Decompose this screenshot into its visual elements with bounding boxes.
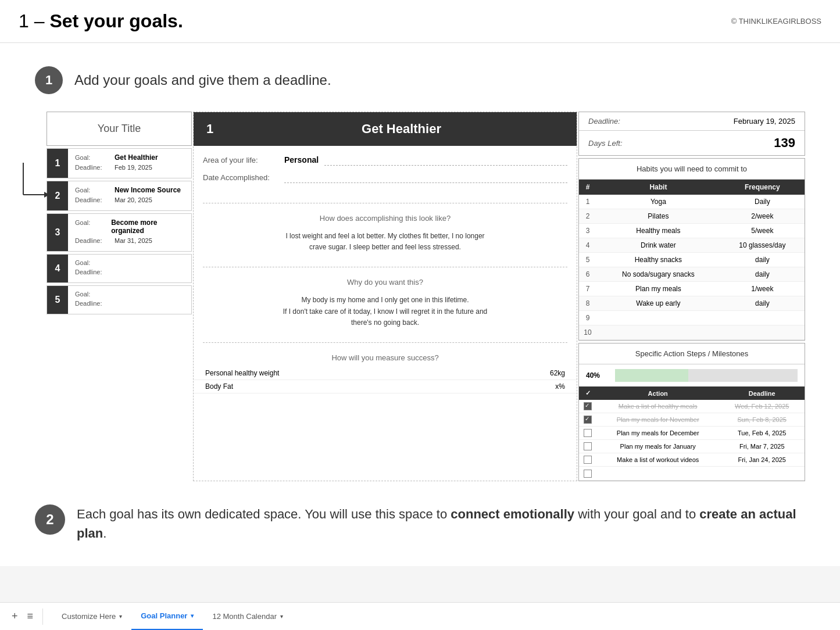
your-title-box: Your Title	[47, 112, 192, 146]
milestone-action: Make a list of healthy meals	[596, 400, 719, 413]
dropdown-arrow-icon[interactable]: ▾	[191, 613, 194, 619]
goal-label: Goal:	[75, 219, 106, 226]
deadline-box: Deadline: February 19, 2025 Days Left: 1…	[578, 112, 805, 156]
arrow-connector	[17, 163, 49, 209]
goal-number: 1	[47, 149, 68, 178]
area-row: Area of your life: Personal	[203, 154, 567, 166]
date-input-line[interactable]	[284, 171, 567, 183]
step2-text-normal2: with your goal and to	[574, 507, 699, 521]
section3-header: How will you measure success?	[194, 349, 577, 367]
nav-tab-label: 12 Month Calendar	[212, 612, 277, 621]
page-title-dash: –	[29, 10, 50, 31]
milestone-row: Make a list of workout videos Fri, Jan 2…	[579, 453, 805, 467]
measure-value: x%	[555, 382, 565, 391]
habits-col-num: #	[579, 180, 596, 195]
days-left-number: 139	[774, 135, 795, 151]
top-header: 1 – Set your goals. © THINKLIKEAGIRLBOSS	[0, 0, 840, 43]
goal-row-goal: Goal:	[75, 291, 184, 298]
goal-label: Goal:	[75, 154, 110, 161]
goal-number: 4	[47, 255, 68, 282]
habits-row: 8 Wake up early daily	[579, 296, 805, 311]
goal-deadline-value: Mar 31, 2025	[115, 237, 152, 244]
plus-icon[interactable]: +	[12, 610, 18, 622]
goal-deadline-value: Mar 20, 2025	[115, 196, 152, 203]
step2-section: 2 Each goal has its own dedicated space.…	[35, 504, 805, 543]
svg-marker-2	[44, 192, 49, 198]
menu-icon[interactable]: ≡	[27, 610, 34, 622]
habits-row: 5 Healthy snacks daily	[579, 253, 805, 267]
divider3	[203, 342, 567, 343]
step1-instruction: 1 Add your goals and give them a deadlin…	[35, 66, 805, 94]
milestone-row: Plan my meals for January Fri, Mar 7, 20…	[579, 440, 805, 453]
milestone-row: Make a list of healthy meals Wed, Feb 12…	[579, 400, 805, 413]
goal-details: Goal: Get Healthier Deadline: Feb 19, 20…	[68, 149, 191, 178]
milestone-check-cell	[579, 440, 596, 453]
nav-tab-12-month-calendar[interactable]: 12 Month Calendar▾	[203, 603, 292, 630]
habits-tbody: 1 Yoga Daily 2 Pilates 2/week 3 Healthy …	[579, 195, 805, 340]
habits-row: 4 Drink water 10 glasses/day	[579, 238, 805, 253]
nav-tab-goal-planner[interactable]: Goal Planner▾	[131, 603, 203, 630]
milestones-table: ✓ Action Deadline Make a list of healthy…	[579, 386, 805, 481]
days-left-label-text: Days Left:	[588, 139, 623, 148]
habit-freq: Daily	[720, 195, 805, 209]
milestones-title: Specific Action Steps / Milestones	[579, 343, 805, 364]
goal-details: Goal: Become more organized Deadline: Ma…	[68, 214, 191, 251]
habit-name: Plan my meals	[596, 282, 720, 296]
date-row: Date Accomplished:	[203, 171, 567, 183]
goal-row-goal: Goal: New Income Source	[75, 186, 184, 194]
milestone-check-cell	[579, 400, 596, 413]
goal-row-deadline: Deadline:	[75, 300, 184, 307]
habit-freq: daily	[720, 253, 805, 267]
habit-freq	[720, 325, 805, 340]
nav-divider1	[42, 608, 43, 625]
progress-bar-fill	[615, 369, 688, 382]
goal-fields: Area of your life: Personal Date Accompl…	[194, 146, 577, 197]
goal-item: 3 Goal: Become more organized Deadline: …	[47, 213, 192, 252]
deadline-label: Deadline:	[75, 237, 110, 244]
habit-freq: 5/week	[720, 224, 805, 238]
milestone-action	[596, 467, 719, 480]
habit-name	[596, 325, 720, 340]
goal-deadline-value: Feb 19, 2025	[115, 164, 152, 171]
goal-item: 1 Goal: Get Healthier Deadline: Feb 19, …	[47, 148, 192, 178]
habit-freq: 10 glasses/day	[720, 238, 805, 253]
habit-freq: daily	[720, 267, 805, 282]
milestone-check-cell	[579, 413, 596, 427]
habit-name: Healthy meals	[596, 224, 720, 238]
milestone-check-cell	[579, 453, 596, 467]
divider1	[203, 203, 567, 203]
habit-name: Yoga	[596, 195, 720, 209]
section2-content: My body is my home and I only get one in…	[194, 291, 577, 337]
habit-num: 4	[579, 238, 596, 253]
milestone-checkbox[interactable]	[584, 470, 592, 478]
area-input-line[interactable]	[324, 154, 567, 166]
measure-row: Personal healthy weight 62kg	[194, 367, 577, 380]
page-title-text: Set your goals.	[49, 10, 183, 31]
goal-details: Goal: Deadline:	[68, 255, 191, 282]
dropdown-arrow-icon[interactable]: ▾	[280, 613, 283, 620]
progress-label: 40%	[586, 371, 609, 380]
goal-row-goal: Goal: Get Healthier	[75, 153, 184, 162]
habit-name: No soda/sugary snacks	[596, 267, 720, 282]
goal-row-goal: Goal: Become more organized	[75, 219, 184, 235]
milestone-checkbox[interactable]	[584, 456, 592, 464]
habit-num: 10	[579, 325, 596, 340]
habits-col-habit: Habit	[596, 180, 720, 195]
goal-label: Goal:	[75, 187, 110, 194]
milestones-section: Specific Action Steps / Milestones 40% ✓…	[578, 343, 805, 481]
habit-num: 2	[579, 209, 596, 224]
deadline-label: Deadline:	[75, 164, 110, 171]
right-panel: Deadline: February 19, 2025 Days Left: 1…	[578, 112, 805, 481]
milestone-checkbox[interactable]	[584, 402, 592, 410]
milestone-checkbox[interactable]	[584, 442, 592, 450]
milestone-deadline: Fri, Jan 24, 2025	[719, 453, 805, 467]
nav-tab-customize-here[interactable]: Customize Here▾	[52, 603, 131, 630]
step2-text-normal1: Each goal has its own dedicated space. Y…	[77, 507, 451, 521]
milestones-col-deadline: Deadline	[719, 386, 805, 400]
dropdown-arrow-icon[interactable]: ▾	[119, 613, 122, 620]
arrow-svg	[17, 163, 49, 209]
milestone-checkbox[interactable]	[584, 416, 592, 424]
step2-circle: 2	[35, 504, 65, 535]
habits-row: 10	[579, 325, 805, 340]
milestone-checkbox[interactable]	[584, 429, 592, 437]
